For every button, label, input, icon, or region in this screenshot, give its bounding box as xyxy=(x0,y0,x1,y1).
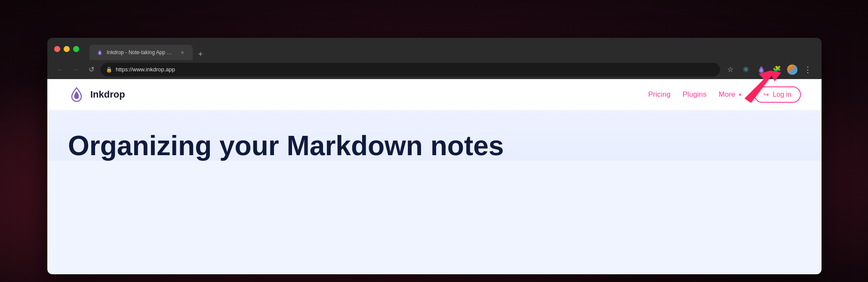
tab-close-button[interactable]: ✕ xyxy=(179,49,186,56)
tab-favicon xyxy=(96,49,103,56)
profile-button[interactable] xyxy=(785,63,799,77)
url-text: https://www.inkdrop.app xyxy=(116,66,175,73)
browser-window: Inkdrop - Note-taking App with ✕ + ← → ↺… xyxy=(47,38,822,274)
address-bar[interactable]: 🔒 https://www.inkdrop.app xyxy=(101,63,720,77)
more-menu-button[interactable]: ⋮ xyxy=(801,63,815,77)
hero-title: Organizing your Markdown notes xyxy=(68,131,801,161)
inkdrop-ext-icon xyxy=(757,65,766,74)
forward-button[interactable]: → xyxy=(70,64,82,76)
traffic-lights xyxy=(54,46,79,52)
login-label: Log in xyxy=(773,91,791,98)
avatar-icon xyxy=(787,64,797,75)
site-logo-text: Inkdrop xyxy=(90,89,125,100)
hero-section: Organizing your Markdown notes xyxy=(47,110,822,161)
tab-title: Inkdrop - Note-taking App with xyxy=(107,49,175,55)
back-button[interactable]: ← xyxy=(54,64,66,76)
login-button[interactable]: ↪ Log in xyxy=(754,86,801,103)
lock-icon: 🔒 xyxy=(106,67,112,73)
more-icon: ⋮ xyxy=(804,65,812,74)
nav-link-plugins[interactable]: Plugins xyxy=(683,90,707,99)
active-tab[interactable]: Inkdrop - Note-taking App with ✕ xyxy=(89,45,193,60)
site-navigation: Inkdrop Pricing Plugins More ▼ ↪ Log in xyxy=(47,79,822,110)
react-icon: ⚛ xyxy=(742,65,749,74)
login-icon: ↪ xyxy=(763,91,769,98)
site-logo-icon xyxy=(68,86,85,103)
minimize-window-button[interactable] xyxy=(64,46,70,52)
bookmark-icon: ☆ xyxy=(727,65,733,74)
bookmark-button[interactable]: ☆ xyxy=(723,63,737,77)
extensions-button[interactable]: 🧩 xyxy=(770,63,784,77)
site-logo[interactable]: Inkdrop xyxy=(68,86,125,103)
address-bar-row: ← → ↺ 🔒 https://www.inkdrop.app ☆ ⚛ xyxy=(47,60,822,79)
maximize-window-button[interactable] xyxy=(73,46,79,52)
more-chevron-icon: ▼ xyxy=(738,92,742,97)
puzzle-icon: 🧩 xyxy=(773,65,781,74)
reload-button[interactable]: ↺ xyxy=(85,64,97,76)
inkdrop-extension-button[interactable] xyxy=(754,63,768,77)
website-content: Inkdrop Pricing Plugins More ▼ ↪ Log in … xyxy=(47,79,822,274)
browser-tab-bar: Inkdrop - Note-taking App with ✕ + xyxy=(47,38,822,60)
new-tab-button[interactable]: + xyxy=(194,48,206,60)
toolbar-icons: ☆ ⚛ 🧩 ⋮ xyxy=(723,63,815,77)
nav-link-more[interactable]: More ▼ xyxy=(719,90,742,99)
site-nav-links: Pricing Plugins More ▼ ↪ Log in xyxy=(648,86,801,103)
react-devtools-button[interactable]: ⚛ xyxy=(739,63,753,77)
close-window-button[interactable] xyxy=(54,46,60,52)
nav-link-pricing[interactable]: Pricing xyxy=(648,90,671,99)
tab-list: Inkdrop - Note-taking App with ✕ + xyxy=(89,38,206,60)
